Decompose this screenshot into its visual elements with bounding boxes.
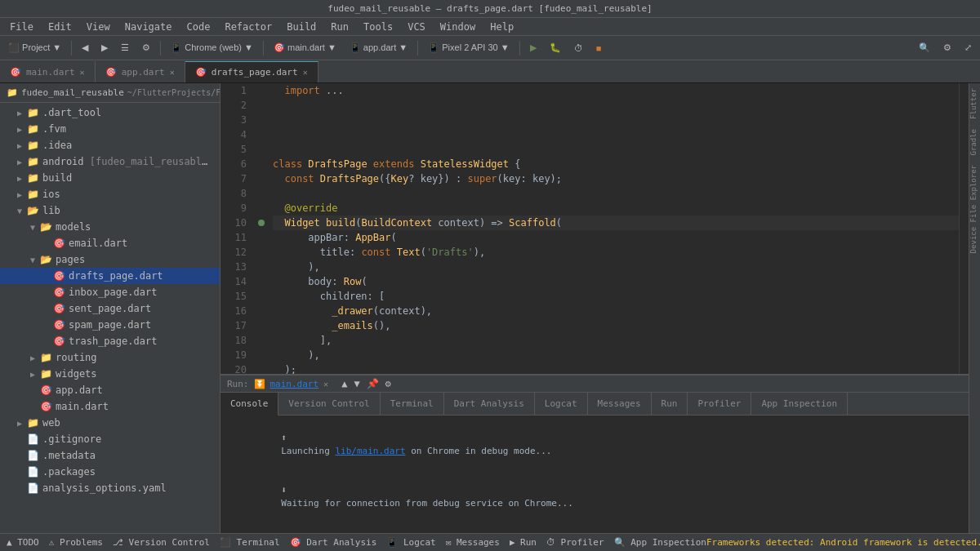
tree-item-lib[interactable]: ▼ 📂 lib [0, 202, 220, 219]
device-selector[interactable]: 📱 Pixel 2 API 30 ▼ [423, 41, 514, 55]
editor-area: 1 2 3 4 5 6 7 8 9 10 11 12 13 14 15 16 1… [220, 83, 969, 533]
tree-item-fvm[interactable]: ▶ 📁 .fvm [0, 121, 220, 137]
title-bar: fudeo_mail_reusable – drafts_page.dart [… [0, 0, 980, 18]
tree-item-metadata[interactable]: 📄 .metadata [0, 447, 220, 464]
code-content[interactable]: import ... class DraftsPage extends Stat… [270, 83, 959, 374]
right-panel-flutter[interactable]: Flutter [969, 83, 981, 124]
toolbar-forward[interactable]: ▶ [96, 41, 113, 55]
status-profiler[interactable]: ⏱ Profiler [546, 537, 604, 548]
run-config-selector[interactable]: 📱 Chrome (web) ▼ [166, 41, 258, 55]
tree-item-trash-page[interactable]: 🎯 trash_page.dart [0, 333, 220, 349]
run-ctrl-pin[interactable]: 📌 [365, 378, 381, 389]
status-app-inspection[interactable]: 🔍 App Inspection [614, 537, 706, 548]
status-version-control[interactable]: ⎇ Version Control [113, 537, 210, 548]
right-panel-gradle[interactable]: Gradle [969, 124, 981, 161]
tree-item-drafts-page[interactable]: 🎯 drafts_page.dart [0, 268, 220, 284]
code-line-11: appBar: AppBar( [273, 230, 959, 245]
run-ctrl-settings[interactable]: ⚙ [384, 378, 393, 389]
log-launch-icon: ⬆ [281, 433, 292, 443]
tree-item-email-dart[interactable]: 🎯 email.dart [0, 235, 220, 251]
bottom-tab-version-control[interactable]: Version Control [278, 393, 380, 415]
status-terminal[interactable]: ⬛ Terminal [220, 537, 280, 548]
menu-vcs[interactable]: VCS [401, 20, 432, 34]
tab-app-dart[interactable]: 🎯 app.dart ✕ [96, 61, 185, 82]
menu-view[interactable]: View [80, 20, 117, 34]
right-panel-device[interactable]: Device File Explorer [969, 160, 981, 258]
tree-item-web[interactable]: ▶ 📁 web [0, 415, 220, 431]
tree-item-pages[interactable]: ▼ 📂 pages [0, 251, 220, 268]
bottom-tab-terminal[interactable]: Terminal [381, 393, 444, 415]
tree-item-gitignore[interactable]: 📄 .gitignore [0, 431, 220, 447]
bottom-tab-app-inspection[interactable]: App Inspection [751, 393, 848, 415]
tab-main-dart-close[interactable]: ✕ [80, 68, 85, 77]
debug-button[interactable]: 🐛 [545, 41, 566, 55]
tree-item-spam-page[interactable]: 🎯 spam_page.dart [0, 317, 220, 333]
menu-code[interactable]: Code [180, 20, 217, 34]
gutter-9 [253, 201, 270, 216]
tree-item-models[interactable]: ▼ 📂 models [0, 219, 220, 235]
menu-refactor[interactable]: Refactor [218, 20, 278, 34]
search-everywhere[interactable]: 🔍 [914, 41, 935, 55]
bottom-tab-console[interactable]: Console [220, 393, 278, 415]
gutter-12 [253, 245, 270, 260]
menu-edit[interactable]: Edit [42, 20, 78, 34]
menu-help[interactable]: Help [483, 20, 520, 34]
tree-item-widgets[interactable]: ▶ 📁 widgets [0, 366, 220, 382]
settings-btn[interactable]: ⚙ [938, 41, 956, 55]
bottom-tab-profiler[interactable]: Profiler [688, 393, 751, 415]
tree-item-routing[interactable]: ▶ 📁 routing [0, 349, 220, 366]
toolbar-back[interactable]: ◀ [77, 41, 93, 55]
run-file-selector[interactable]: 🎯 main.dart ▼ [269, 41, 341, 55]
status-todo[interactable]: ▲ TODO [7, 537, 39, 548]
toolbar-settings[interactable]: ⚙ [137, 41, 155, 55]
sidebar-tree[interactable]: ▶ 📁 .dart_tool ▶ 📁 .fvm ▶ 📁 .idea ▶ 📁 a [0, 103, 220, 533]
status-run[interactable]: ▶ Run [510, 537, 537, 548]
menu-file[interactable]: File [3, 20, 40, 34]
status-logcat[interactable]: 📱 Logcat [386, 537, 435, 548]
menu-window[interactable]: Window [434, 20, 482, 34]
run-button[interactable]: ▶ [525, 41, 541, 55]
toolbar-recent[interactable]: ☰ [116, 41, 134, 55]
menu-build[interactable]: Build [280, 20, 323, 34]
tree-item-sent-page[interactable]: 🎯 sent_page.dart [0, 300, 220, 317]
maximize-btn[interactable]: ⤢ [960, 41, 977, 55]
project-button[interactable]: ⬛ Project ▼ [3, 41, 66, 55]
tree-item-packages[interactable]: 📄 .packages [0, 464, 220, 480]
tab-drafts-close[interactable]: ✕ [303, 68, 308, 77]
gutter-15 [253, 289, 270, 304]
status-problems[interactable]: ⚠ Problems [49, 537, 103, 548]
run-ctrl-up[interactable]: ▲ [340, 378, 349, 389]
status-messages[interactable]: ✉ Messages [446, 537, 500, 548]
right-gutter [959, 83, 969, 374]
menu-run[interactable]: Run [324, 20, 355, 34]
status-dart-analysis[interactable]: 🎯 Dart Analysis [290, 537, 377, 548]
bottom-tab-dart-analysis[interactable]: Dart Analysis [444, 393, 535, 415]
bottom-tab-logcat[interactable]: Logcat [535, 393, 588, 415]
run-ctrl-down[interactable]: ▼ [352, 378, 361, 389]
code-container[interactable]: 1 2 3 4 5 6 7 8 9 10 11 12 13 14 15 16 1… [220, 83, 969, 374]
tree-item-idea[interactable]: ▶ 📁 .idea [0, 137, 220, 153]
tab-drafts-page-dart[interactable]: 🎯 drafts_page.dart ✕ [185, 61, 318, 82]
tree-item-app-dart[interactable]: 🎯 app.dart [0, 382, 220, 398]
tree-item-dart-tool[interactable]: ▶ 📁 .dart_tool [0, 104, 220, 121]
run-config-display[interactable]: main.dart [270, 379, 319, 389]
status-frameworks[interactable]: Frameworks detected: Android framework i… [706, 537, 980, 548]
gutter-10 [253, 216, 270, 230]
bottom-tab-run[interactable]: Run [652, 393, 688, 415]
profile-button[interactable]: ⏱ [569, 42, 588, 55]
tree-item-ios[interactable]: ▶ 📁 ios [0, 186, 220, 202]
run-close[interactable]: ✕ [323, 380, 328, 389]
tree-item-android[interactable]: ▶ 📁 android [fudeo_mail_reusable_android… [0, 153, 220, 170]
tab-app-dart-close[interactable]: ✕ [170, 68, 175, 77]
menu-tools[interactable]: Tools [357, 20, 399, 34]
tree-item-inbox-page[interactable]: 🎯 inbox_page.dart [0, 284, 220, 300]
menu-navigate[interactable]: Navigate [118, 20, 179, 34]
stop-button[interactable]: ■ [591, 42, 607, 55]
tree-item-analysis-options[interactable]: 📄 analysis_options.yaml [0, 480, 220, 496]
run-file-selector-2[interactable]: 📱 app.dart ▼ [345, 41, 412, 55]
log-link-main[interactable]: lib/main.dart [335, 446, 405, 456]
bottom-tab-messages[interactable]: Messages [588, 393, 652, 415]
tree-item-main-dart[interactable]: 🎯 main.dart [0, 398, 220, 415]
tree-item-build[interactable]: ▶ 📁 build [0, 170, 220, 186]
tab-main-dart[interactable]: 🎯 main.dart ✕ [0, 61, 96, 82]
